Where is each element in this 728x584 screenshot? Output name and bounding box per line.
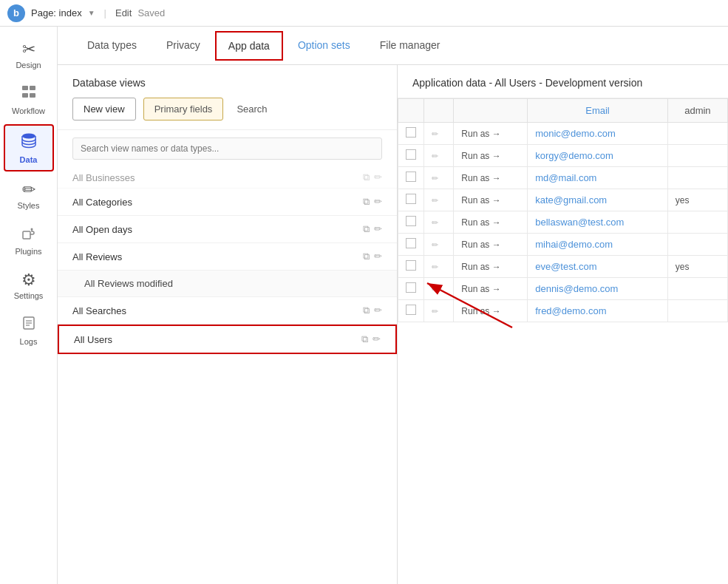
- copy-icon-opendays[interactable]: ⧉: [363, 223, 370, 235]
- plugins-icon: [21, 225, 37, 245]
- edit-button[interactable]: Edit: [115, 7, 132, 18]
- edit-row-icon-0[interactable]: ✏: [432, 129, 438, 138]
- row-edit-3[interactable]: ✏: [424, 189, 454, 211]
- list-item-all-categories[interactable]: All Categories ⧉ ✏: [58, 189, 397, 216]
- checkbox-8[interactable]: [406, 305, 416, 315]
- row-action-8[interactable]: Run as →: [454, 300, 528, 322]
- run-as-0[interactable]: Run as →: [461, 129, 500, 139]
- row-edit-2[interactable]: ✏: [424, 167, 454, 189]
- checkbox-5[interactable]: [406, 238, 416, 248]
- list-item-all-reviews-modified[interactable]: All Reviews modified: [58, 271, 397, 297]
- run-as-2[interactable]: Run as →: [461, 173, 500, 183]
- row-action-0[interactable]: Run as →: [454, 123, 528, 145]
- edit-icon[interactable]: ✏: [374, 172, 382, 183]
- row-checkbox-0[interactable]: [398, 123, 424, 145]
- tab-app-data[interactable]: App data: [215, 31, 283, 61]
- edit-row-icon-1[interactable]: ✏: [432, 152, 438, 160]
- run-as-5[interactable]: Run as →: [461, 240, 500, 250]
- sidebar-item-settings[interactable]: ⚙ Settings: [4, 265, 54, 306]
- edit-row-icon-8[interactable]: ✏: [432, 307, 438, 316]
- checkbox-3[interactable]: [406, 194, 416, 204]
- sidebar-item-data[interactable]: Data: [4, 124, 54, 172]
- row-checkbox-2[interactable]: [398, 167, 424, 189]
- row-admin-5: [667, 234, 727, 256]
- tab-privacy[interactable]: Privacy: [152, 29, 215, 63]
- row-action-6[interactable]: Run as →: [454, 256, 528, 278]
- run-as-7[interactable]: Run as →: [461, 284, 500, 294]
- checkbox-0[interactable]: [406, 127, 416, 137]
- tab-file-manager[interactable]: File manager: [365, 29, 455, 63]
- row-action-4[interactable]: Run as →: [454, 211, 528, 234]
- checkbox-4[interactable]: [406, 216, 416, 226]
- row-checkbox-3[interactable]: [398, 189, 424, 211]
- tab-option-sets[interactable]: Option sets: [283, 29, 365, 63]
- run-as-3[interactable]: Run as →: [461, 195, 500, 206]
- list-item-all-searches[interactable]: All Searches ⧉ ✏: [58, 297, 397, 325]
- sidebar-item-design[interactable]: ✂ Design: [4, 34, 54, 75]
- edit-icon-opendays[interactable]: ✏: [374, 223, 382, 235]
- row-edit-7[interactable]: ✏: [424, 278, 454, 300]
- row-edit-8[interactable]: ✏: [424, 300, 454, 322]
- list-item-all-users[interactable]: All Users ⧉ ✏: [58, 325, 397, 354]
- row-checkbox-8[interactable]: [398, 300, 424, 322]
- table-row: ✏ Run as → bellaswan@test.com: [398, 211, 728, 234]
- row-action-5[interactable]: Run as →: [454, 234, 528, 256]
- copy-icon-users[interactable]: ⧉: [361, 333, 368, 345]
- run-as-4[interactable]: Run as →: [461, 217, 500, 228]
- logs-icon: [21, 315, 37, 336]
- row-checkbox-7[interactable]: [398, 278, 424, 300]
- edit-icon-categories[interactable]: ✏: [374, 196, 382, 208]
- row-edit-6[interactable]: ✏: [424, 256, 454, 278]
- checkbox-2[interactable]: [406, 172, 416, 182]
- copy-icon-searches[interactable]: ⧉: [363, 305, 370, 316]
- admin-value-6: yes: [676, 262, 690, 272]
- sidebar-item-logs[interactable]: Logs: [4, 309, 54, 352]
- search-views-input[interactable]: [72, 137, 382, 160]
- copy-icon[interactable]: ⧉: [363, 172, 370, 183]
- sidebar-label-settings: Settings: [14, 291, 44, 300]
- row-action-3[interactable]: Run as →: [454, 189, 528, 211]
- row-checkbox-4[interactable]: [398, 211, 424, 234]
- row-checkbox-6[interactable]: [398, 256, 424, 278]
- list-item-all-reviews[interactable]: All Reviews ⧉ ✏: [58, 243, 397, 271]
- edit-row-icon-4[interactable]: ✏: [432, 218, 438, 227]
- row-action-7[interactable]: Run as →: [454, 278, 528, 300]
- copy-icon-categories[interactable]: ⧉: [363, 196, 370, 208]
- new-view-button[interactable]: New view: [72, 98, 136, 120]
- run-as-6[interactable]: Run as →: [461, 262, 500, 272]
- row-edit-1[interactable]: ✏: [424, 145, 454, 167]
- page-dropdown-arrow[interactable]: ▼: [88, 9, 95, 17]
- row-edit-4[interactable]: ✏: [424, 211, 454, 234]
- checkbox-1[interactable]: [406, 149, 416, 160]
- tab-data-types[interactable]: Data types: [72, 29, 152, 63]
- run-as-8[interactable]: Run as →: [461, 306, 500, 316]
- edit-icon-reviews[interactable]: ✏: [374, 251, 382, 262]
- edit-row-icon-6[interactable]: ✏: [432, 262, 438, 271]
- copy-icon-reviews[interactable]: ⧉: [363, 251, 370, 262]
- primary-fields-button[interactable]: Primary fields: [143, 98, 224, 120]
- edit-icon-searches[interactable]: ✏: [374, 305, 382, 316]
- checkbox-7[interactable]: [406, 282, 416, 293]
- sidebar: ✂ Design Workflow: [0, 27, 58, 584]
- run-as-1[interactable]: Run as →: [461, 151, 500, 161]
- sidebar-item-styles[interactable]: ✏ Styles: [4, 174, 54, 216]
- row-edit-0[interactable]: ✏: [424, 123, 454, 145]
- edit-icon-users[interactable]: ✏: [372, 333, 381, 345]
- list-item-all-businesses[interactable]: All Businesses ⧉ ✏: [58, 167, 397, 189]
- checkbox-6[interactable]: [406, 260, 416, 271]
- views-list: All Businesses ⧉ ✏ All Categories ⧉ ✏: [58, 167, 397, 584]
- row-checkbox-1[interactable]: [398, 145, 424, 167]
- row-action-1[interactable]: Run as →: [454, 145, 528, 167]
- edit-row-icon-3[interactable]: ✏: [432, 196, 438, 205]
- edit-row-icon-7[interactable]: ✏: [432, 285, 438, 293]
- sidebar-item-workflow[interactable]: Workflow: [4, 78, 54, 121]
- edit-row-icon-2[interactable]: ✏: [432, 174, 438, 183]
- list-item-all-open-days[interactable]: All Open days ⧉ ✏: [58, 216, 397, 243]
- row-edit-5[interactable]: ✏: [424, 234, 454, 256]
- edit-row-icon-5[interactable]: ✏: [432, 240, 438, 249]
- sidebar-item-plugins[interactable]: Plugins: [4, 219, 54, 262]
- row-checkbox-5[interactable]: [398, 234, 424, 256]
- row-action-2[interactable]: Run as →: [454, 167, 528, 189]
- col-header-admin: admin: [667, 99, 727, 123]
- svg-point-4: [22, 134, 35, 139]
